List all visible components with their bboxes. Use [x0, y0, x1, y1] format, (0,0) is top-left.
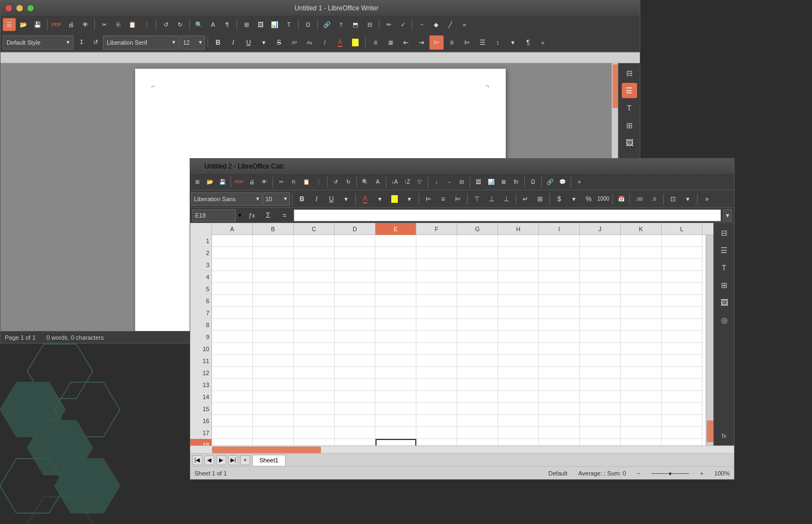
cell-B13[interactable] — [253, 379, 294, 391]
panel-properties-icon[interactable]: ⊟ — [622, 65, 637, 81]
cell-K16[interactable] — [621, 415, 662, 427]
calc-date-btn[interactable]: 📅 — [615, 193, 627, 205]
underline-dd-btn[interactable]: ▾ — [257, 35, 271, 50]
cell-D8[interactable] — [335, 319, 375, 331]
cell-H5[interactable] — [498, 283, 539, 295]
cell-F12[interactable] — [416, 367, 457, 379]
cell-K15[interactable] — [621, 403, 662, 415]
cell-F6[interactable] — [416, 295, 457, 307]
calc-border-btn[interactable]: ⊡ — [666, 192, 680, 206]
calc-open-btn[interactable]: 📂 — [204, 176, 216, 188]
cell-G5[interactable] — [457, 283, 498, 295]
calc-zoom-slider[interactable]: ────●──── — [651, 470, 689, 477]
cell-G18[interactable] — [457, 439, 498, 445]
row-num-7[interactable]: 7 — [190, 307, 211, 319]
tb-para-btn[interactable]: ¶ — [221, 18, 234, 31]
cell-G11[interactable] — [457, 355, 498, 367]
formula-dd-btn[interactable]: ▾ — [723, 209, 732, 221]
cell-G8[interactable] — [457, 319, 498, 331]
cell-F9[interactable] — [416, 331, 457, 343]
tb-clone-btn[interactable]: ⋮ — [140, 18, 153, 31]
calc-wrap-btn[interactable]: ↵ — [518, 192, 532, 206]
cell-J15[interactable] — [580, 403, 621, 415]
cell-I8[interactable] — [539, 319, 580, 331]
row-num-1[interactable]: 1 — [190, 235, 211, 247]
cell-A1[interactable] — [212, 235, 253, 247]
cell-A11[interactable] — [212, 355, 253, 367]
cell-J3[interactable] — [580, 259, 621, 271]
cell-L18[interactable] — [662, 439, 702, 445]
cell-I13[interactable] — [539, 379, 580, 391]
cell-I2[interactable] — [539, 247, 580, 259]
tab-add-btn[interactable]: + — [240, 455, 250, 465]
calc-zoom-minus[interactable]: − — [637, 470, 640, 477]
tb-open-btn[interactable]: 📂 — [17, 18, 30, 31]
col-header-b[interactable]: B — [253, 223, 294, 235]
cell-B15[interactable] — [253, 403, 294, 415]
cell-ref-arrow[interactable]: ▾ — [238, 212, 243, 219]
cell-F2[interactable] — [416, 247, 457, 259]
cell-L17[interactable] — [662, 427, 702, 439]
calc-font-color-btn[interactable]: A — [358, 192, 372, 206]
cell-G17[interactable] — [457, 427, 498, 439]
italic-btn[interactable]: I — [226, 35, 240, 50]
cell-A15[interactable] — [212, 403, 253, 415]
col-header-k[interactable]: K — [621, 223, 662, 235]
cell-I12[interactable] — [539, 367, 580, 379]
calc-hscrollbar[interactable] — [190, 445, 734, 453]
cell-I17[interactable] — [539, 427, 580, 439]
calc-panel-circle[interactable]: ◎ — [717, 312, 732, 328]
cell-H12[interactable] — [498, 367, 539, 379]
calc-sort-asc-btn[interactable]: ↓A — [389, 176, 401, 188]
row-num-18[interactable]: 18 — [190, 439, 211, 445]
cell-E15[interactable] — [375, 403, 416, 415]
calc-bold-btn[interactable]: B — [295, 192, 309, 206]
cell-I14[interactable] — [539, 391, 580, 403]
cell-K7[interactable] — [621, 307, 662, 319]
cell-E3[interactable] — [375, 259, 416, 271]
cell-A3[interactable] — [212, 259, 253, 271]
cell-D12[interactable] — [335, 367, 375, 379]
tb-print-btn[interactable]: 🖨 — [64, 18, 77, 31]
cell-G4[interactable] — [457, 271, 498, 283]
cell-B2[interactable] — [253, 247, 294, 259]
cell-A5[interactable] — [212, 283, 253, 295]
cell-C18[interactable] — [294, 439, 335, 445]
tb-preview-btn[interactable]: 👁 — [78, 18, 92, 31]
cell-C7[interactable] — [294, 307, 335, 319]
cell-J14[interactable] — [580, 391, 621, 403]
tb-check-btn[interactable]: ✓ — [396, 18, 409, 31]
calc-fn-btn[interactable]: fn — [510, 176, 522, 188]
cell-C2[interactable] — [294, 247, 335, 259]
cell-F5[interactable] — [416, 283, 457, 295]
col-header-i[interactable]: I — [539, 223, 580, 235]
cell-B9[interactable] — [253, 331, 294, 343]
panel-image-icon[interactable]: 🖼 — [622, 135, 637, 150]
cell-C3[interactable] — [294, 259, 335, 271]
cell-I5[interactable] — [539, 283, 580, 295]
cell-E13[interactable] — [375, 379, 416, 391]
calc-border-more-btn[interactable]: ▾ — [681, 192, 695, 206]
cell-G7[interactable] — [457, 307, 498, 319]
calc-insert-row-btn[interactable]: ↓ — [431, 176, 443, 188]
cell-I11[interactable] — [539, 355, 580, 367]
cell-A9[interactable] — [212, 331, 253, 343]
cell-F16[interactable] — [416, 415, 457, 427]
para-style-btn[interactable]: ¶ — [521, 35, 535, 50]
cell-F14[interactable] — [416, 391, 457, 403]
cell-G3[interactable] — [457, 259, 498, 271]
cell-D10[interactable] — [335, 343, 375, 355]
cell-D14[interactable] — [335, 391, 375, 403]
highlight-btn[interactable]: A — [348, 35, 362, 50]
calc-percent-btn[interactable]: % — [581, 192, 596, 206]
cell-I16[interactable] — [539, 415, 580, 427]
tb-footnote-btn[interactable]: † — [335, 18, 348, 31]
tb-chart-btn[interactable]: 📊 — [268, 18, 281, 31]
row-num-9[interactable]: 9 — [190, 331, 211, 343]
cell-J13[interactable] — [580, 379, 621, 391]
calc-hyperlink-btn[interactable]: 🔗 — [544, 176, 556, 188]
cell-D16[interactable] — [335, 415, 375, 427]
tb-draw-btn[interactable]: ✏ — [382, 18, 395, 31]
cell-J10[interactable] — [580, 343, 621, 355]
calc-autofilter-btn[interactable]: ▽ — [414, 176, 426, 188]
